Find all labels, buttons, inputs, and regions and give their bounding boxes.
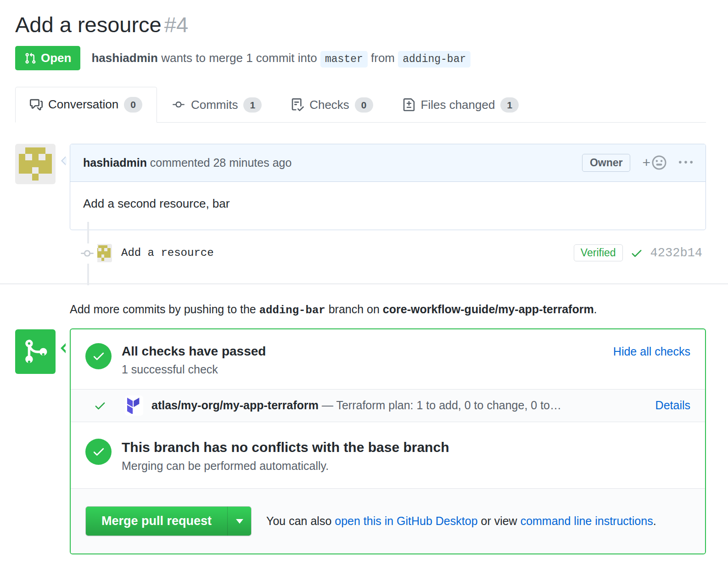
checks-passed-circle-icon: [85, 343, 112, 369]
plus-sign: +: [642, 156, 650, 169]
push-note-after: .: [594, 303, 597, 316]
no-conflicts-circle-icon: [85, 439, 112, 465]
pr-author-link[interactable]: hashiadmin: [91, 51, 157, 65]
avatar[interactable]: [15, 144, 56, 184]
check-icon: [630, 247, 643, 260]
tab-conversation-count: 0: [124, 97, 142, 112]
merge-button-group: Merge pull request: [85, 506, 252, 536]
mergeability-texts: This branch has no conflicts with the ba…: [122, 439, 449, 473]
check-success-icon: [94, 399, 106, 412]
alt-text-3: .: [653, 514, 656, 527]
alt-text-1: You can also: [266, 514, 335, 527]
pr-meta-from: from: [368, 51, 398, 65]
checks-summary-texts: All checks have passed 1 successful chec…: [122, 343, 266, 376]
pr-number: #4: [164, 12, 188, 37]
merge-alternatives-text: You can also open this in GitHub Desktop…: [266, 514, 656, 528]
push-note-branch: adding-bar: [259, 304, 325, 316]
commit-sha-link[interactable]: 4232b14: [650, 246, 702, 260]
mergeability-section: This branch has no conflicts with the ba…: [71, 422, 705, 488]
git-pull-request-icon: [24, 52, 36, 64]
comment-header: hashiadmin commented 28 minutes ago Owne…: [70, 144, 706, 182]
check-item: atlas/my-org/my-app-terraform — Terrafor…: [71, 389, 705, 422]
tab-checks-label: Checks: [309, 98, 349, 112]
check-item-text: atlas/my-org/my-app-terraform — Terrafor…: [151, 399, 561, 412]
push-note-before: Add more commits by pushing to the: [70, 303, 259, 316]
comment-discussion-icon: [30, 98, 43, 111]
terraform-logo-icon: [125, 395, 143, 416]
tab-commits[interactable]: Commits 1: [157, 87, 276, 122]
comment-header-text: hashiadmin commented 28 minutes ago: [83, 156, 291, 169]
pr-tabnav: Conversation 0 Commits 1 Checks 0 Files …: [15, 87, 706, 122]
tab-conversation-label: Conversation: [48, 97, 118, 112]
checks-summary-section: All checks have passed 1 successful chec…: [71, 329, 705, 389]
checks-title: All checks have passed: [122, 344, 266, 359]
pr-meta-row: Open hashiadmin wants to merge 1 commit …: [15, 46, 706, 70]
tab-checks-count: 0: [355, 97, 373, 113]
commit-message-link[interactable]: Add a resource: [121, 247, 214, 259]
commit-row-right: Verified 4232b14: [574, 244, 702, 261]
github-desktop-link[interactable]: open this in GitHub Desktop: [335, 514, 477, 527]
page-title: Add a resource#4: [15, 12, 706, 38]
no-conflicts-title: This branch has no conflicts with the ba…: [122, 440, 449, 455]
comment-author-link[interactable]: hashiadmin: [83, 156, 147, 169]
commit-row: Add a resource Verified 4232b14: [15, 230, 706, 277]
kebab-menu-button[interactable]: [679, 156, 693, 169]
base-branch-label[interactable]: master: [320, 51, 368, 68]
smiley-icon: [651, 155, 667, 170]
merge-actions-footer: Merge pull request You can also open thi…: [71, 488, 705, 553]
merge-pull-request-button[interactable]: Merge pull request: [86, 507, 227, 536]
comment-meta: commented 28 minutes ago: [147, 156, 291, 169]
tab-commits-count: 1: [243, 97, 262, 113]
timeline-divider: [0, 283, 728, 284]
push-note-middle: branch on: [325, 303, 383, 316]
pr-state-label: Open: [41, 51, 71, 65]
pr-state-badge: Open: [15, 46, 80, 70]
checks-subtitle: 1 successful check: [122, 363, 266, 376]
pr-title-text: Add a resource: [15, 12, 162, 37]
pull-request-page: Add a resource#4 Open hashiadmin wants t…: [0, 12, 728, 554]
hide-all-checks-link[interactable]: Hide all checks: [613, 343, 690, 358]
tab-checks[interactable]: Checks 0: [276, 87, 387, 122]
pr-meta-text: hashiadmin wants to merge 1 commit into …: [91, 51, 470, 65]
git-commit-icon: [172, 99, 185, 111]
tab-files-changed-count: 1: [500, 97, 519, 113]
verified-badge: Verified: [574, 244, 623, 261]
check-description: — Terraform plan: 1 to add, 0 to change,…: [319, 399, 561, 412]
tab-files-changed-label: Files changed: [421, 98, 495, 112]
git-merge-icon: [15, 329, 56, 374]
head-branch-label[interactable]: adding-bar: [398, 51, 470, 68]
push-note: Add more commits by pushing to the addin…: [70, 303, 706, 316]
merge-options-dropdown-button[interactable]: [227, 507, 251, 536]
pr-meta-sentence: wants to merge 1 commit into: [158, 51, 320, 65]
comment-header-actions: Owner +: [582, 154, 693, 172]
check-details-link[interactable]: Details: [655, 399, 690, 412]
file-diff-icon: [403, 98, 415, 111]
add-reaction-button[interactable]: +: [642, 155, 667, 170]
merge-box: All checks have passed 1 successful chec…: [70, 328, 706, 554]
check-context-name: atlas/my-org/my-app-terraform: [151, 399, 319, 412]
chevron-down-icon: [236, 519, 243, 527]
comment: hashiadmin commented 28 minutes ago Owne…: [70, 144, 706, 230]
command-line-instructions-link[interactable]: command line instructions: [521, 514, 653, 527]
alt-text-2: or view: [478, 514, 521, 527]
discussion-timeline: hashiadmin commented 28 minutes ago Owne…: [15, 144, 706, 277]
push-note-repo: core-workflow-guide/my-app-terraform: [383, 303, 594, 316]
owner-badge: Owner: [582, 154, 631, 172]
checklist-icon: [291, 98, 304, 111]
merge-status-area: All checks have passed 1 successful chec…: [15, 328, 706, 554]
no-conflicts-subtitle: Merging can be performed automatically.: [122, 459, 449, 473]
comment-body: Add a second resource, bar: [70, 182, 706, 230]
git-commit-timeline-icon: [77, 243, 97, 264]
tab-commits-label: Commits: [191, 98, 238, 112]
tab-files-changed[interactable]: Files changed 1: [388, 87, 534, 122]
tab-conversation[interactable]: Conversation 0: [15, 87, 157, 122]
